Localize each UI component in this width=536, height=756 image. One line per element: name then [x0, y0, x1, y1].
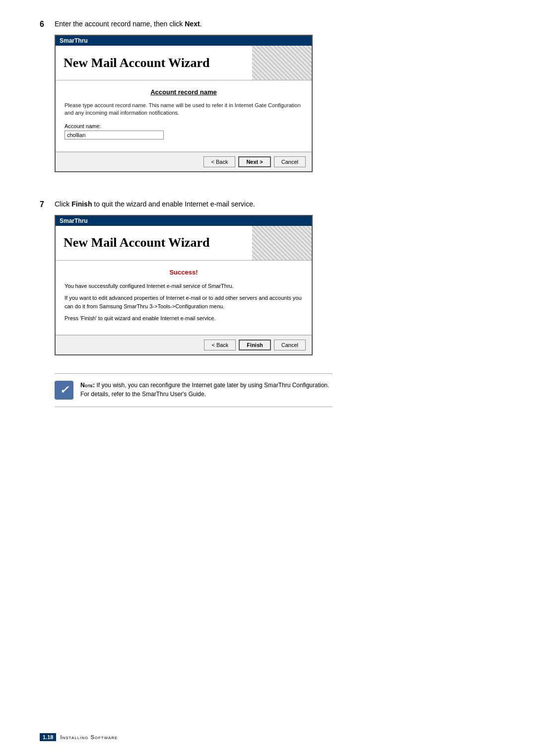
- step-7-number: 7: [40, 200, 49, 209]
- step7-finish-button[interactable]: Finish: [239, 340, 270, 350]
- step6-header: New Mail Account Wizard: [56, 46, 312, 80]
- step6-footer: < Back Next > Cancel: [56, 152, 312, 171]
- step-6-number: 6: [40, 20, 49, 29]
- note-text: If you wish, you can reconfigure the Int…: [80, 382, 329, 398]
- note-content: Note: If you wish, you can reconfigure t…: [80, 381, 333, 399]
- note-icon-symbol: ✓: [60, 384, 68, 397]
- step-6-text: Enter the account record name, then clic…: [55, 20, 202, 28]
- footer-label: Installing Software: [60, 734, 118, 740]
- step-7-text: Click Finish to quit the wizard and enab…: [55, 200, 255, 208]
- success-title: Success!: [65, 269, 303, 276]
- step6-back-button[interactable]: < Back: [203, 156, 235, 167]
- step-7: 7 Click Finish to quit the wizard and en…: [40, 200, 496, 355]
- step7-dialog-body: Success! You have successfully configure…: [56, 261, 312, 335]
- step6-cancel-button[interactable]: Cancel: [274, 156, 306, 167]
- step6-dialog: SmarThru New Mail Account Wizard Account…: [55, 35, 313, 172]
- success-text2: If you want to edit advanced properties …: [65, 294, 303, 310]
- step7-back-button[interactable]: < Back: [204, 340, 236, 350]
- step6-dialog-title: New Mail Account Wizard: [64, 56, 209, 70]
- step6-dialog-body: Account record name Please type account …: [56, 80, 312, 152]
- step7-header: New Mail Account Wizard: [56, 226, 312, 261]
- step7-footer: < Back Finish Cancel: [56, 335, 312, 354]
- step-6-label: 6 Enter the account record name, then cl…: [40, 20, 496, 29]
- note-box: ✓ Note: If you wish, you can reconfigure…: [55, 373, 333, 407]
- step-6: 6 Enter the account record name, then cl…: [40, 20, 496, 172]
- success-text3: Press 'Finish' to quit wizard and enable…: [65, 314, 303, 323]
- note-label: Note:: [80, 382, 95, 389]
- step-7-label: 7 Click Finish to quit the wizard and en…: [40, 200, 496, 209]
- step7-titlebar: SmarThru: [56, 216, 312, 226]
- step6-next-button[interactable]: Next >: [238, 156, 270, 167]
- note-icon: ✓: [55, 381, 73, 400]
- page-footer: 1.18 Installing Software: [40, 733, 118, 741]
- step6-section-title: Account record name: [65, 88, 303, 96]
- success-text1: You have successfully configured Interne…: [65, 282, 303, 290]
- step6-description: Please type account record name. This na…: [65, 102, 303, 117]
- step7-dialog-title: New Mail Account Wizard: [64, 235, 209, 250]
- step6-account-label: Account name:: [65, 123, 303, 129]
- footer-badge: 1.18: [40, 733, 56, 741]
- step7-cancel-button[interactable]: Cancel: [274, 340, 306, 350]
- step7-dialog: SmarThru New Mail Account Wizard Success…: [55, 215, 313, 355]
- step6-titlebar: SmarThru: [56, 36, 312, 46]
- step6-account-input[interactable]: [65, 131, 164, 139]
